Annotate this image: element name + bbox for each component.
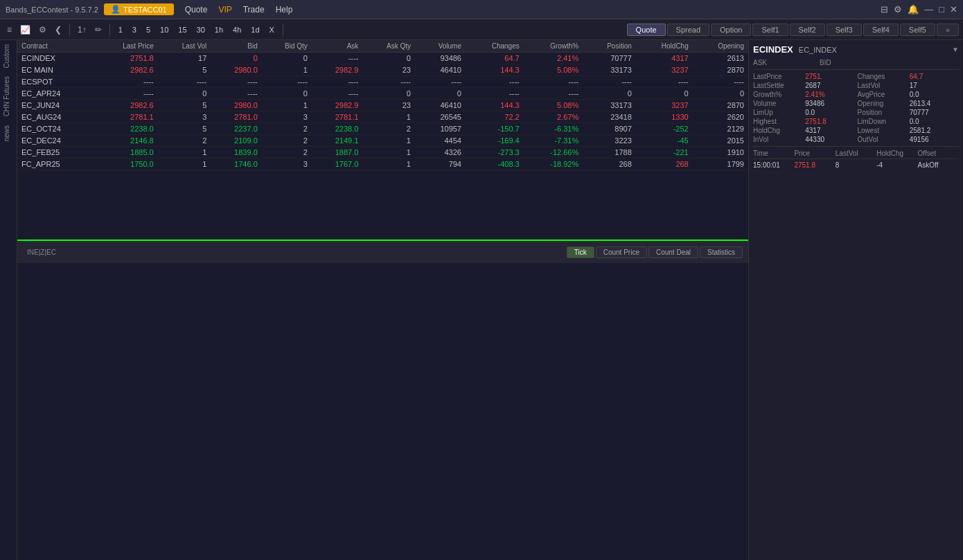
- market-row[interactable]: EC_OCT242238.052237.022238.0210957-150.7…: [17, 123, 748, 135]
- market-cell: FC_APR25: [17, 159, 95, 170]
- tf-15[interactable]: 15: [175, 24, 190, 35]
- market-cell: 144.3: [466, 64, 524, 76]
- market-cell: 1: [362, 159, 415, 170]
- tf-1[interactable]: 1: [115, 24, 126, 35]
- tab-self2[interactable]: Self2: [790, 24, 825, 36]
- layout-icon[interactable]: ⊟: [881, 4, 888, 15]
- maximize-btn[interactable]: □: [939, 4, 944, 15]
- market-row[interactable]: EC_FEB251885.011839.021887.014326-273.3-…: [17, 147, 748, 159]
- market-cell: 2870: [693, 64, 748, 76]
- rip-limup-value: 0.0: [805, 109, 854, 116]
- mb-tab-count-deal[interactable]: Count Deal: [648, 246, 698, 258]
- rip-header: ECINDEX EC_INDEX ▼: [753, 44, 959, 55]
- market-row[interactable]: ECSPOT----------------------------------…: [17, 76, 748, 88]
- market-cell: ----: [312, 88, 362, 100]
- toolbar-gear-icon[interactable]: ⚙: [36, 24, 49, 36]
- market-cell: 5: [158, 123, 211, 135]
- market-cell: 2129: [693, 123, 748, 135]
- tab-spread[interactable]: Spread: [667, 24, 709, 36]
- tf-1h[interactable]: 1h: [211, 24, 227, 35]
- tab-self1[interactable]: Self1: [752, 24, 788, 36]
- market-row[interactable]: FC_APR251750.011746.031767.01794-408.3-1…: [17, 159, 748, 170]
- market-cell: 2149.1: [312, 135, 362, 147]
- market-cell: 2870: [693, 100, 748, 111]
- tf-x[interactable]: X: [266, 24, 278, 35]
- minimize-btn[interactable]: —: [924, 4, 933, 15]
- bell-icon[interactable]: 🔔: [908, 4, 919, 15]
- mb-tab-count-price[interactable]: Count Price: [596, 246, 647, 258]
- market-cell: EC_DEC24: [17, 135, 95, 147]
- tab-self5[interactable]: Self5: [900, 24, 935, 36]
- rip-th-holdchg: HoldChg: [876, 150, 917, 157]
- sidebar-custom[interactable]: Custom: [0, 40, 17, 72]
- market-row[interactable]: ECINDEX2751.81700----09348664.72.41%7077…: [17, 53, 748, 64]
- rip-th-time: Time: [753, 150, 794, 157]
- tf-4h[interactable]: 4h: [229, 24, 245, 35]
- tab-option[interactable]: Option: [711, 24, 751, 36]
- market-cell: 46410: [415, 64, 466, 76]
- market-cell: 2: [362, 123, 415, 135]
- menu-icon[interactable]: ≡: [4, 24, 15, 36]
- rip-stats-grid: LastPrice 2751. Changes 64.7 LastSettle …: [753, 73, 959, 143]
- tf-3[interactable]: 3: [129, 24, 140, 35]
- market-cell: ----: [466, 88, 524, 100]
- menu-vip[interactable]: VIP: [218, 5, 231, 15]
- tab-more[interactable]: »: [937, 24, 959, 36]
- market-row[interactable]: EC MAIN2982.652980.012982.92346410144.35…: [17, 64, 748, 76]
- tab-self4[interactable]: Self4: [863, 24, 899, 36]
- menu-trade[interactable]: Trade: [243, 5, 265, 15]
- rip-tick-offset: AskOff: [918, 161, 959, 169]
- market-cell: 3237: [636, 100, 693, 111]
- market-cell: 64.7: [466, 53, 524, 64]
- rip-lowest-value: 2581.2: [910, 127, 959, 134]
- market-row[interactable]: EC_JUN242982.652980.012982.92346410144.3…: [17, 100, 748, 111]
- rip-dropdown-icon[interactable]: ▼: [952, 46, 959, 53]
- market-row[interactable]: EC_APR24----0----0----00--------000: [17, 88, 748, 100]
- toolbar-sep-2: [109, 24, 110, 36]
- market-cell: ----: [415, 76, 466, 88]
- market-cell: ----: [524, 76, 583, 88]
- tf-5[interactable]: 5: [143, 24, 154, 35]
- sidebar-news[interactable]: news: [0, 121, 17, 145]
- tab-quote[interactable]: Quote: [627, 24, 666, 36]
- col-bid: Bid: [211, 40, 261, 53]
- col-growth: Growth%: [524, 40, 583, 53]
- market-cell: 2620: [693, 111, 748, 123]
- market-cell: ----: [158, 76, 211, 88]
- market-cell: ----: [211, 76, 261, 88]
- mb-tab-tick[interactable]: Tick: [567, 246, 594, 258]
- chart-icon[interactable]: 📈: [17, 24, 33, 36]
- market-cell: 72.2: [466, 111, 524, 123]
- tf-1d[interactable]: 1d: [247, 24, 263, 35]
- rip-avgprice-value: 0.0: [910, 91, 959, 98]
- back-icon[interactable]: ❮: [52, 24, 64, 36]
- tf-30[interactable]: 30: [193, 24, 209, 35]
- col-last-price: Last Price: [95, 40, 158, 53]
- draw-icon[interactable]: ✏: [92, 24, 105, 36]
- tab-self3[interactable]: Self3: [827, 24, 862, 36]
- market-cell: ----: [583, 76, 636, 88]
- rip-volume-label: Volume: [753, 100, 802, 107]
- market-cell: 2980.0: [211, 100, 261, 111]
- toolbar: ≡ 📈 ⚙ ❮ 1↑ ✏ 1 3 5 10 15 30 1h 4h 1d X Q…: [0, 19, 963, 40]
- sidebar-chn-futures[interactable]: CHN Futures: [0, 72, 17, 120]
- account-button[interactable]: 👤 TESTACC01: [104, 3, 174, 15]
- settings-icon[interactable]: ⚙: [894, 4, 902, 15]
- rip-highest-value: 2751.8: [805, 118, 854, 125]
- market-table-container: Contract Last Price Last Vol Bid Bid Qty…: [17, 40, 748, 241]
- market-cell: 0: [262, 88, 312, 100]
- market-row[interactable]: EC_AUG242781.132781.032781.112654572.22.…: [17, 111, 748, 123]
- menu-help[interactable]: Help: [276, 5, 293, 15]
- tf-10[interactable]: 10: [157, 24, 172, 35]
- tf-up-icon[interactable]: 1↑: [75, 24, 89, 36]
- market-cell: 3237: [636, 64, 693, 76]
- market-cell: 0: [636, 88, 693, 100]
- mb-tab-statistics[interactable]: Statistics: [700, 246, 743, 258]
- menu-quote[interactable]: Quote: [185, 5, 208, 15]
- market-cell: 1885.0: [95, 147, 158, 159]
- market-cell: 2781.0: [211, 111, 261, 123]
- market-cell: 0: [415, 88, 466, 100]
- close-btn[interactable]: ✕: [950, 4, 957, 15]
- market-cell: 2238.0: [312, 123, 362, 135]
- market-row[interactable]: EC_DEC242146.822109.022149.114454-169.4-…: [17, 135, 748, 147]
